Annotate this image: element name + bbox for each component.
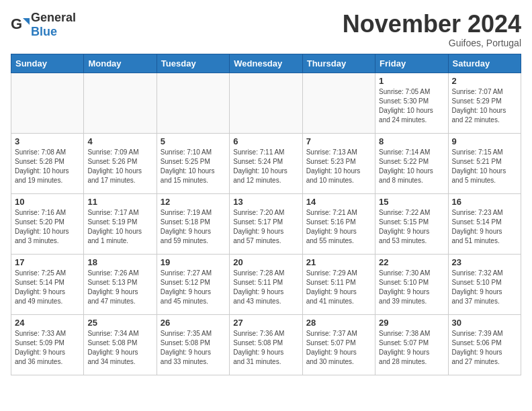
day-number: 15 [379, 197, 444, 207]
cell-info: Sunrise: 7:05 AM Sunset: 5:30 PM Dayligh… [379, 87, 444, 125]
calendar-cell: 2Sunrise: 7:07 AM Sunset: 5:29 PM Daylig… [448, 73, 521, 133]
calendar-day-header: Wednesday [230, 54, 302, 73]
day-number: 23 [452, 257, 517, 267]
calendar-cell: 4Sunrise: 7:09 AM Sunset: 5:26 PM Daylig… [84, 133, 157, 193]
calendar-week-row: 17Sunrise: 7:25 AM Sunset: 5:14 PM Dayli… [11, 254, 521, 314]
calendar-cell: 28Sunrise: 7:37 AM Sunset: 5:07 PM Dayli… [302, 314, 375, 375]
cell-info: Sunrise: 7:39 AM Sunset: 5:06 PM Dayligh… [452, 329, 517, 367]
calendar-cell: 11Sunrise: 7:17 AM Sunset: 5:19 PM Dayli… [84, 193, 157, 254]
day-number: 10 [15, 197, 80, 207]
calendar-cell: 25Sunrise: 7:34 AM Sunset: 5:08 PM Dayli… [84, 314, 157, 375]
calendar-cell: 15Sunrise: 7:22 AM Sunset: 5:15 PM Dayli… [375, 193, 448, 254]
day-number: 14 [306, 197, 371, 207]
cell-info: Sunrise: 7:36 AM Sunset: 5:08 PM Dayligh… [233, 329, 298, 367]
cell-info: Sunrise: 7:35 AM Sunset: 5:08 PM Dayligh… [161, 329, 226, 367]
day-number: 6 [233, 136, 298, 146]
cell-info: Sunrise: 7:34 AM Sunset: 5:08 PM Dayligh… [87, 329, 152, 367]
cell-info: Sunrise: 7:27 AM Sunset: 5:12 PM Dayligh… [161, 269, 226, 306]
day-number: 3 [15, 136, 80, 146]
day-number: 21 [306, 257, 371, 267]
calendar-week-row: 10Sunrise: 7:16 AM Sunset: 5:20 PM Dayli… [11, 193, 521, 254]
cell-info: Sunrise: 7:30 AM Sunset: 5:10 PM Dayligh… [379, 269, 444, 306]
day-number: 16 [452, 197, 517, 207]
calendar-day-header: Thursday [302, 54, 375, 73]
calendar-week-row: 3Sunrise: 7:08 AM Sunset: 5:28 PM Daylig… [11, 133, 521, 193]
calendar-cell: 14Sunrise: 7:21 AM Sunset: 5:16 PM Dayli… [302, 193, 375, 254]
calendar-cell [157, 73, 229, 133]
calendar-cell: 24Sunrise: 7:33 AM Sunset: 5:09 PM Dayli… [11, 314, 84, 375]
day-number: 22 [379, 257, 444, 267]
calendar-cell: 21Sunrise: 7:29 AM Sunset: 5:11 PM Dayli… [302, 254, 375, 314]
cell-info: Sunrise: 7:33 AM Sunset: 5:09 PM Dayligh… [15, 329, 80, 367]
title-block: November 2024 Guifoes, Portugal [343, 11, 521, 48]
cell-info: Sunrise: 7:07 AM Sunset: 5:29 PM Dayligh… [452, 87, 517, 125]
day-number: 19 [161, 257, 226, 267]
day-number: 29 [379, 318, 444, 328]
header: G General Blue November 2024 Guifoes, Po… [11, 11, 521, 48]
calendar-cell [230, 73, 302, 133]
logo-blue-text: Blue [31, 25, 57, 38]
cell-info: Sunrise: 7:15 AM Sunset: 5:21 PM Dayligh… [452, 148, 517, 185]
calendar-header-row: SundayMondayTuesdayWednesdayThursdayFrid… [11, 54, 521, 73]
calendar-cell: 8Sunrise: 7:14 AM Sunset: 5:22 PM Daylig… [375, 133, 448, 193]
calendar-cell: 20Sunrise: 7:28 AM Sunset: 5:11 PM Dayli… [230, 254, 302, 314]
calendar-cell: 6Sunrise: 7:11 AM Sunset: 5:24 PM Daylig… [230, 133, 302, 193]
cell-info: Sunrise: 7:19 AM Sunset: 5:18 PM Dayligh… [161, 208, 226, 246]
cell-info: Sunrise: 7:32 AM Sunset: 5:10 PM Dayligh… [452, 269, 517, 306]
cell-info: Sunrise: 7:38 AM Sunset: 5:07 PM Dayligh… [379, 329, 444, 367]
cell-info: Sunrise: 7:14 AM Sunset: 5:22 PM Dayligh… [379, 148, 444, 185]
calendar-cell: 13Sunrise: 7:20 AM Sunset: 5:17 PM Dayli… [230, 193, 302, 254]
calendar-cell: 1Sunrise: 7:05 AM Sunset: 5:30 PM Daylig… [375, 73, 448, 133]
cell-info: Sunrise: 7:11 AM Sunset: 5:24 PM Dayligh… [233, 148, 298, 185]
cell-info: Sunrise: 7:23 AM Sunset: 5:14 PM Dayligh… [452, 208, 517, 246]
calendar-cell: 12Sunrise: 7:19 AM Sunset: 5:18 PM Dayli… [157, 193, 229, 254]
calendar-cell: 9Sunrise: 7:15 AM Sunset: 5:21 PM Daylig… [448, 133, 521, 193]
day-number: 25 [87, 318, 152, 328]
cell-info: Sunrise: 7:13 AM Sunset: 5:23 PM Dayligh… [306, 148, 371, 185]
calendar-day-header: Monday [84, 54, 157, 73]
calendar-cell [11, 73, 84, 133]
calendar-cell: 7Sunrise: 7:13 AM Sunset: 5:23 PM Daylig… [302, 133, 375, 193]
calendar-cell [84, 73, 157, 133]
calendar-cell: 23Sunrise: 7:32 AM Sunset: 5:10 PM Dayli… [448, 254, 521, 314]
logo-general-text: General [31, 11, 76, 24]
calendar-week-row: 1Sunrise: 7:05 AM Sunset: 5:30 PM Daylig… [11, 73, 521, 133]
calendar-day-header: Sunday [11, 54, 84, 73]
day-number: 4 [87, 136, 152, 146]
cell-info: Sunrise: 7:09 AM Sunset: 5:26 PM Dayligh… [87, 148, 152, 185]
calendar-cell: 5Sunrise: 7:10 AM Sunset: 5:25 PM Daylig… [157, 133, 229, 193]
calendar-day-header: Tuesday [157, 54, 229, 73]
calendar-cell: 17Sunrise: 7:25 AM Sunset: 5:14 PM Dayli… [11, 254, 84, 314]
day-number: 8 [379, 136, 444, 146]
day-number: 7 [306, 136, 371, 146]
logo: G General Blue [11, 11, 76, 39]
day-number: 9 [452, 136, 517, 146]
svg-marker-1 [23, 18, 30, 25]
calendar-cell: 27Sunrise: 7:36 AM Sunset: 5:08 PM Dayli… [230, 314, 302, 375]
cell-info: Sunrise: 7:22 AM Sunset: 5:15 PM Dayligh… [379, 208, 444, 246]
cell-info: Sunrise: 7:25 AM Sunset: 5:14 PM Dayligh… [15, 269, 80, 306]
calendar-cell: 22Sunrise: 7:30 AM Sunset: 5:10 PM Dayli… [375, 254, 448, 314]
day-number: 28 [306, 318, 371, 328]
cell-info: Sunrise: 7:20 AM Sunset: 5:17 PM Dayligh… [233, 208, 298, 246]
day-number: 2 [452, 76, 517, 86]
calendar-cell [302, 73, 375, 133]
day-number: 11 [87, 197, 152, 207]
calendar-week-row: 24Sunrise: 7:33 AM Sunset: 5:09 PM Dayli… [11, 314, 521, 375]
calendar-cell: 10Sunrise: 7:16 AM Sunset: 5:20 PM Dayli… [11, 193, 84, 254]
day-number: 26 [161, 318, 226, 328]
cell-info: Sunrise: 7:29 AM Sunset: 5:11 PM Dayligh… [306, 269, 371, 306]
day-number: 12 [161, 197, 226, 207]
cell-info: Sunrise: 7:17 AM Sunset: 5:19 PM Dayligh… [87, 208, 152, 246]
day-number: 17 [15, 257, 80, 267]
location-subtitle: Guifoes, Portugal [343, 38, 521, 48]
cell-info: Sunrise: 7:26 AM Sunset: 5:13 PM Dayligh… [87, 269, 152, 306]
cell-info: Sunrise: 7:08 AM Sunset: 5:28 PM Dayligh… [15, 148, 80, 185]
cell-info: Sunrise: 7:21 AM Sunset: 5:16 PM Dayligh… [306, 208, 371, 246]
day-number: 13 [233, 197, 298, 207]
svg-text:G: G [11, 15, 22, 32]
cell-info: Sunrise: 7:37 AM Sunset: 5:07 PM Dayligh… [306, 329, 371, 367]
calendar-cell: 18Sunrise: 7:26 AM Sunset: 5:13 PM Dayli… [84, 254, 157, 314]
calendar-cell: 19Sunrise: 7:27 AM Sunset: 5:12 PM Dayli… [157, 254, 229, 314]
calendar-cell: 26Sunrise: 7:35 AM Sunset: 5:08 PM Dayli… [157, 314, 229, 375]
